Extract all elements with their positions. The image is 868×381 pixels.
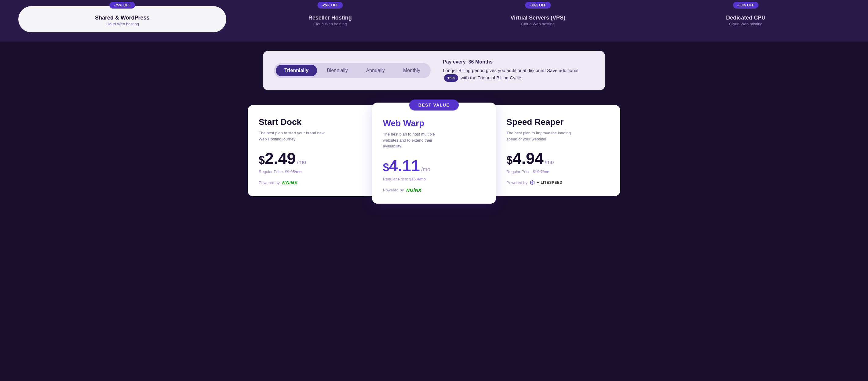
billing-option-annually[interactable]: Annually — [358, 65, 393, 76]
pricing-cards: Start Dock The best plan to start your b… — [236, 105, 632, 216]
regular-price-web-warp: Regular Price: $16.4/mo — [383, 177, 485, 181]
price-dollar-speed-reaper: $ — [506, 154, 513, 167]
regular-price-value-speed-reaper: $19.7/mo — [533, 169, 549, 174]
plan-desc-web-warp: The best plan to host multiple websites … — [383, 131, 450, 149]
billing-option-monthly[interactable]: Monthly — [395, 65, 429, 76]
pay-every-value: 36 Months — [468, 59, 493, 64]
plan-desc-speed-reaper: The best plan to improve the loading spe… — [506, 130, 574, 142]
regular-price-value-start-dock: $9.95/mo — [285, 169, 302, 174]
billing-section: Triennially Biennially Annually Monthly … — [263, 51, 605, 90]
billing-option-biennially[interactable]: Biennially — [318, 65, 356, 76]
tab-badge-dedicated: -30% OFF — [733, 2, 758, 8]
discount-text: Longer Billing period gives you addition… — [443, 67, 594, 82]
tab-shared-wordpress[interactable]: -75% OFF Shared & WordPress Cloud Web ho… — [18, 6, 226, 32]
plan-name-web-warp: Web Warp — [383, 119, 485, 128]
plan-card-speed-reaper: Speed Reaper The best plan to improve th… — [495, 105, 620, 196]
nginx-logo-start-dock: NGiNX — [282, 180, 298, 185]
price-row-start-dock: $ 2.49 /mo — [259, 149, 362, 168]
discount-badge: 15% — [444, 74, 458, 82]
regular-price-start-dock: Regular Price: $9.95/mo — [259, 169, 362, 174]
price-row-speed-reaper: $ 4.94 /mo — [506, 149, 609, 168]
tab-subtitle-reseller: Cloud Web hosting — [313, 22, 347, 26]
nav-tabs-section: -75% OFF Shared & WordPress Cloud Web ho… — [0, 0, 868, 41]
tab-badge-vps: -30% OFF — [525, 2, 551, 8]
plan-card-start-dock: Start Dock The best plan to start your b… — [248, 105, 373, 196]
tab-title-vps: Virtual Servers (VPS) — [510, 15, 565, 21]
regular-price-speed-reaper: Regular Price: $19.7/mo — [506, 169, 609, 174]
tab-badge-shared: -75% OFF — [110, 2, 135, 8]
svg-marker-1 — [531, 181, 533, 184]
billing-info: Pay every 36 Months Longer Billing perio… — [443, 59, 594, 82]
tab-virtual-servers[interactable]: -30% OFF Virtual Servers (VPS) Cloud Web… — [434, 6, 642, 32]
price-dollar-start-dock: $ — [259, 154, 265, 167]
price-amount-start-dock: 2.49 — [265, 149, 296, 168]
plan-name-speed-reaper: Speed Reaper — [506, 117, 609, 127]
powered-by-speed-reaper: Powered by ✦ LITESPEED — [506, 180, 609, 185]
tab-dedicated-cpu[interactable]: -30% OFF Dedicated CPU Cloud Web hosting — [642, 6, 850, 32]
price-row-web-warp: $ 4.11 /mo — [383, 157, 485, 175]
price-period-speed-reaper: /mo — [545, 159, 554, 165]
plan-desc-start-dock: The best plan to start your brand new We… — [259, 130, 326, 142]
nginx-logo-web-warp: NGiNX — [406, 187, 422, 193]
billing-toggle: Triennially Biennially Annually Monthly — [274, 63, 431, 78]
billing-option-triennially[interactable]: Triennially — [276, 65, 317, 76]
powered-by-start-dock: Powered by NGiNX — [259, 180, 362, 185]
tab-badge-reseller: -25% OFF — [317, 2, 343, 8]
tab-subtitle-vps: Cloud Web hosting — [521, 22, 555, 26]
tab-subtitle-shared: Cloud Web hosting — [105, 22, 139, 26]
pay-every-text: Pay every 36 Months — [443, 59, 594, 65]
best-value-badge: BEST VALUE — [409, 99, 459, 110]
best-value-section: BEST VALUE — [0, 99, 868, 110]
regular-price-value-web-warp: $16.4/mo — [409, 177, 426, 181]
price-amount-speed-reaper: 4.94 — [513, 149, 543, 168]
tab-title-dedicated: Dedicated CPU — [726, 15, 765, 21]
plan-name-start-dock: Start Dock — [259, 117, 362, 127]
tab-title-shared: Shared & WordPress — [95, 15, 150, 21]
tab-subtitle-dedicated: Cloud Web hosting — [729, 22, 763, 26]
price-period-start-dock: /mo — [297, 159, 306, 165]
plan-card-web-warp: Web Warp The best plan to host multiple … — [372, 102, 496, 203]
price-amount-web-warp: 4.11 — [389, 157, 420, 175]
litespeed-logo-speed-reaper: ✦ LITESPEED — [530, 180, 563, 185]
tab-title-reseller: Reseller Hosting — [308, 15, 352, 21]
powered-by-web-warp: Powered by NGiNX — [383, 187, 485, 193]
tab-reseller-hosting[interactable]: -25% OFF Reseller Hosting Cloud Web host… — [226, 6, 434, 32]
price-period-web-warp: /mo — [421, 166, 430, 173]
price-dollar-web-warp: $ — [383, 161, 389, 174]
